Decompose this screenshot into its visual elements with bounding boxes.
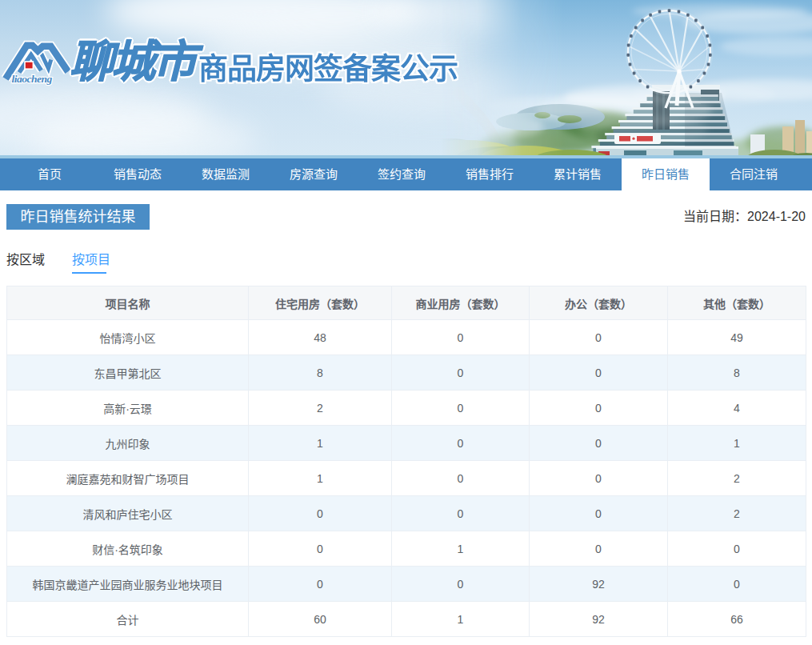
svg-text:liaocheng: liaocheng: [12, 73, 53, 85]
